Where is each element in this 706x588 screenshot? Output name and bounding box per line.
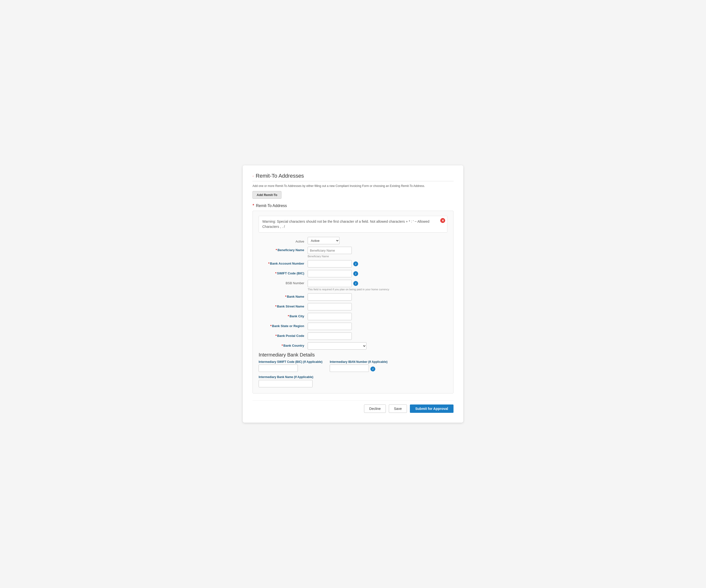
bank-name-input[interactable] (308, 293, 352, 301)
bank-city-label: *Bank City (259, 313, 308, 318)
swift-code-label: *SWIFT Code (BIC) (259, 270, 308, 275)
bank-state-label: *Bank State or Region (259, 323, 308, 328)
intermediary-title: Intermediary Bank Details (259, 352, 447, 358)
intermediary-swift-label: Intermediary SWIFT Code (BIC) (If Applic… (259, 360, 322, 364)
intermediary-iban-group: Intermediary IBAN Number (If Applicable)… (330, 360, 388, 372)
warning-close-button[interactable]: ✕ (440, 218, 445, 223)
required-dot: · (252, 173, 254, 179)
bank-country-label: *Bank Country (259, 342, 308, 347)
intermediary-iban-label: Intermediary IBAN Number (If Applicable) (330, 360, 388, 364)
swift-code-input[interactable] (308, 270, 352, 277)
intermediary-section: Intermediary Bank Details Intermediary S… (259, 352, 447, 387)
bank-account-info-icon[interactable]: i (353, 261, 358, 266)
intermediary-swift-group: Intermediary SWIFT Code (BIC) (If Applic… (259, 360, 322, 372)
bank-name-label: *Bank Name (259, 293, 308, 298)
beneficiary-name-row: *Beneficiary Name Beneficiary Name (259, 247, 447, 258)
bank-street-row: *Bank Street Name (259, 303, 447, 310)
swift-code-row: *SWIFT Code (BIC) i (259, 270, 447, 277)
bank-state-row: *Bank State or Region (259, 323, 447, 330)
bank-account-label: *Bank Account Number (259, 260, 308, 265)
footer: Decline Save Submit for Approval (252, 400, 454, 413)
title-divider (252, 181, 454, 181)
bsb-number-label: BSB Number (259, 280, 308, 285)
swift-code-input-wrap: i (308, 270, 447, 277)
bank-country-row: *Bank Country (259, 342, 447, 350)
intermediary-iban-wrap: i (330, 365, 388, 372)
active-row: Active Active Inactive (259, 237, 447, 244)
bank-state-wrap (308, 323, 447, 330)
intermediary-iban-info-icon[interactable]: i (370, 367, 375, 371)
remit-to-section-label: * Remit-To Address (252, 203, 454, 208)
bsb-number-row: BSB Number i This field is required if y… (259, 280, 447, 291)
page-title: · Remit-To Addresses (252, 173, 454, 179)
bank-city-row: *Bank City (259, 313, 447, 320)
swift-code-info-icon[interactable]: i (353, 271, 358, 276)
active-field-wrap: Active Inactive (308, 237, 447, 244)
bsb-number-input[interactable] (308, 280, 352, 287)
swift-code-wrap: i (308, 270, 447, 277)
bank-account-input-wrap: i (308, 260, 447, 267)
decline-button[interactable]: Decline (364, 405, 386, 413)
bank-country-wrap (308, 342, 447, 350)
bank-account-row: *Bank Account Number i (259, 260, 447, 267)
bank-name-row: *Bank Name (259, 293, 447, 301)
active-label: Active (259, 238, 308, 243)
bank-postal-input[interactable] (308, 332, 352, 340)
bank-street-wrap (308, 303, 447, 310)
section-required-star: * (252, 203, 254, 208)
intermediary-bank-name-label: Intermediary Bank Name (If Applicable) (259, 375, 447, 379)
bank-city-wrap (308, 313, 447, 320)
bsb-input-wrap: i (308, 280, 447, 287)
beneficiary-name-input[interactable] (308, 247, 352, 254)
bank-street-input[interactable] (308, 303, 352, 310)
save-button[interactable]: Save (389, 405, 407, 413)
warning-box: Warning: Special characters should not b… (259, 216, 447, 233)
beneficiary-name-wrap: Beneficiary Name (308, 247, 447, 258)
bank-country-select[interactable] (308, 342, 366, 350)
intermediary-iban-input[interactable] (330, 365, 369, 372)
form-card: Warning: Special characters should not b… (252, 211, 454, 393)
active-select[interactable]: Active Inactive (308, 237, 340, 244)
bsb-number-wrap: i This field is required if you plan on … (308, 280, 447, 291)
bank-state-input[interactable] (308, 323, 352, 330)
bsb-hint: This field is required if you plan on be… (308, 288, 447, 291)
intermediary-fields: Intermediary SWIFT Code (BIC) (If Applic… (259, 360, 447, 372)
bank-postal-wrap (308, 332, 447, 340)
bank-account-input[interactable] (308, 260, 352, 267)
intermediary-bank-name-input[interactable] (259, 380, 313, 387)
bsb-info-icon[interactable]: i (353, 281, 358, 286)
subtitle: Add one or more Remit-To Addresses by ei… (252, 184, 454, 188)
intermediary-swift-input[interactable] (259, 365, 298, 372)
bank-postal-row: *Bank Postal Code (259, 332, 447, 340)
bank-city-input[interactable] (308, 313, 352, 320)
submit-button[interactable]: Submit for Approval (410, 405, 454, 413)
bank-postal-label: *Bank Postal Code (259, 332, 308, 338)
intermediary-swift-wrap (259, 365, 322, 372)
bank-name-wrap (308, 293, 447, 301)
warning-text: Warning: Special characters should not b… (262, 219, 430, 228)
bank-account-wrap: i (308, 260, 447, 267)
bank-street-label: *Bank Street Name (259, 303, 308, 308)
beneficiary-name-hint: Beneficiary Name (308, 255, 447, 258)
add-remit-button[interactable]: Add Remit-To (252, 191, 281, 199)
beneficiary-name-label: *Beneficiary Name (259, 247, 308, 252)
page-container: · Remit-To Addresses Add one or more Rem… (243, 165, 463, 423)
